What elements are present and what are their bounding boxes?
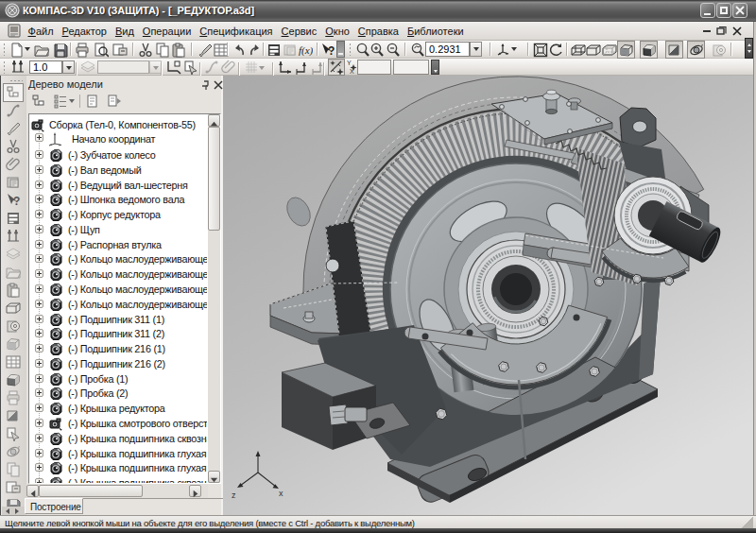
svg-text:x: x xyxy=(279,489,284,498)
svg-text:z: z xyxy=(232,490,236,500)
